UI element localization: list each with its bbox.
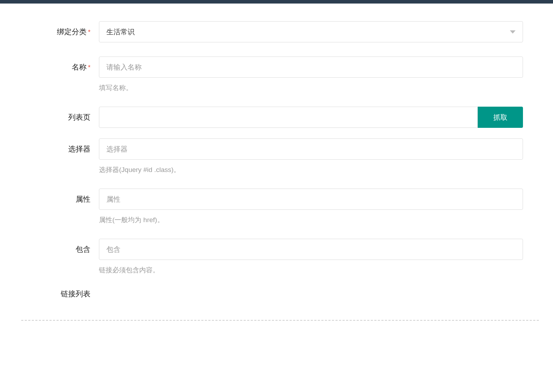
- section-divider: [21, 320, 539, 321]
- row-attribute: 属性 属性(一般均为 href)。: [14, 189, 539, 225]
- input-group-list-page: 抓取: [99, 107, 523, 128]
- fetch-button[interactable]: 抓取: [478, 107, 523, 128]
- label-list-page: 列表页: [14, 107, 99, 122]
- label-selector: 选择器: [14, 138, 99, 154]
- contains-input[interactable]: [99, 239, 523, 260]
- label-link-list: 链接列表: [14, 289, 99, 299]
- label-name: 名称*: [14, 57, 99, 72]
- control-contains: 链接必须包含内容。: [99, 239, 523, 275]
- control-name: 填写名称。: [99, 57, 523, 93]
- row-list-page: 列表页 抓取: [14, 107, 539, 128]
- row-link-list: 链接列表: [14, 289, 539, 299]
- label-contains-text: 包含: [76, 245, 90, 253]
- label-link-list-text: 链接列表: [61, 290, 90, 298]
- label-category-text: 绑定分类: [57, 28, 87, 36]
- name-input[interactable]: [99, 57, 523, 78]
- help-attribute: 属性(一般均为 href)。: [99, 215, 523, 225]
- control-category: 生活常识: [99, 21, 523, 42]
- control-selector: 选择器(Jquery #id .class)。: [99, 138, 523, 174]
- attribute-input[interactable]: [99, 189, 523, 210]
- select-category-value: 生活常识: [106, 27, 135, 37]
- control-list-page: 抓取: [99, 107, 523, 128]
- label-list-page-text: 列表页: [68, 113, 90, 121]
- top-bar: [0, 0, 553, 4]
- label-selector-text: 选择器: [68, 145, 90, 153]
- chevron-down-icon: [510, 30, 516, 34]
- label-category: 绑定分类*: [14, 21, 99, 37]
- row-selector: 选择器 选择器(Jquery #id .class)。: [14, 138, 539, 174]
- help-name: 填写名称。: [99, 83, 523, 93]
- row-contains: 包含 链接必须包含内容。: [14, 239, 539, 275]
- form-container: 绑定分类* 生活常识 名称* 填写名称。 列表页 抓取: [0, 4, 553, 335]
- label-contains: 包含: [14, 239, 99, 254]
- row-category: 绑定分类* 生活常识: [14, 21, 539, 42]
- control-attribute: 属性(一般均为 href)。: [99, 189, 523, 225]
- help-selector: 选择器(Jquery #id .class)。: [99, 165, 523, 174]
- label-attribute-text: 属性: [76, 195, 90, 203]
- selector-input[interactable]: [99, 138, 523, 160]
- help-contains: 链接必须包含内容。: [99, 266, 523, 275]
- row-name: 名称* 填写名称。: [14, 57, 539, 93]
- required-mark: *: [88, 29, 90, 36]
- select-category[interactable]: 生活常识: [99, 21, 523, 42]
- required-mark: *: [88, 64, 90, 71]
- list-page-input[interactable]: [99, 107, 478, 128]
- label-name-text: 名称: [72, 63, 87, 71]
- label-attribute: 属性: [14, 189, 99, 204]
